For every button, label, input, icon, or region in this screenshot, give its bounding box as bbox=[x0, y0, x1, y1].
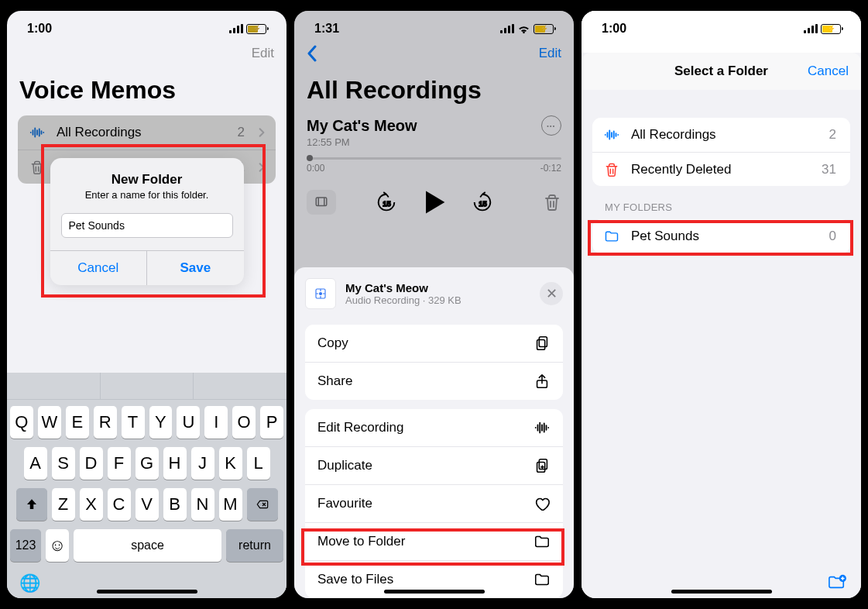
playback-scrubber[interactable]: 0:00 -0:12 bbox=[307, 157, 561, 174]
home-indicator[interactable] bbox=[384, 590, 485, 594]
space-key[interactable]: space bbox=[74, 529, 221, 562]
key-f[interactable]: F bbox=[108, 447, 131, 480]
key-i[interactable]: I bbox=[204, 406, 228, 439]
key-v[interactable]: V bbox=[136, 488, 159, 521]
edit-button[interactable]: Edit bbox=[252, 46, 274, 61]
modal-nav: Select a Folder Cancel bbox=[582, 53, 861, 90]
alert-save-button[interactable]: Save bbox=[146, 251, 244, 285]
key-j[interactable]: J bbox=[191, 447, 214, 480]
menu-move-to-folder[interactable]: Move to Folder bbox=[305, 522, 563, 560]
folder-count: 2 bbox=[829, 127, 836, 143]
trim-button[interactable] bbox=[307, 190, 336, 215]
new-folder-button[interactable] bbox=[827, 573, 847, 590]
play-button[interactable] bbox=[423, 189, 446, 215]
status-bar: 1:00 ⚡ bbox=[582, 11, 861, 42]
menu-duplicate[interactable]: Duplicate bbox=[305, 446, 563, 484]
key-x[interactable]: X bbox=[80, 488, 103, 521]
return-key[interactable]: return bbox=[226, 529, 283, 562]
cellular-icon bbox=[804, 24, 818, 33]
key-m[interactable]: M bbox=[219, 488, 242, 521]
menu-label: Save to Files bbox=[317, 572, 393, 587]
svg-rect-5 bbox=[539, 337, 547, 347]
share-icon bbox=[533, 373, 551, 390]
key-g[interactable]: G bbox=[136, 447, 159, 480]
delete-button[interactable] bbox=[543, 192, 561, 212]
key-h[interactable]: H bbox=[163, 447, 187, 480]
key-a[interactable]: A bbox=[24, 447, 47, 480]
close-button[interactable]: ✕ bbox=[540, 282, 563, 305]
folder-icon bbox=[603, 229, 620, 244]
key-u[interactable]: U bbox=[177, 406, 200, 439]
folder-label: All Recordings bbox=[57, 125, 227, 140]
key-z[interactable]: Z bbox=[52, 488, 75, 521]
key-w[interactable]: W bbox=[38, 406, 61, 439]
key-p[interactable]: P bbox=[260, 406, 283, 439]
menu-share[interactable]: Share bbox=[305, 362, 563, 400]
menu-favourite[interactable]: Favourite bbox=[305, 484, 563, 522]
recording-thumbnail-icon bbox=[305, 278, 336, 309]
folder-icon bbox=[533, 533, 551, 550]
cellular-icon bbox=[500, 24, 514, 33]
keyboard[interactable]: QWERTYUIOP ASDFGHJKL ZXCVBNM 123 ☺ space… bbox=[7, 373, 286, 598]
backspace-key[interactable] bbox=[247, 488, 278, 521]
menu-edit-recording[interactable]: Edit Recording bbox=[305, 409, 563, 446]
emoji-key[interactable]: ☺ bbox=[46, 529, 69, 562]
alert-cancel-button[interactable]: Cancel bbox=[50, 251, 147, 285]
skip-back-button[interactable]: 15 bbox=[375, 191, 398, 214]
key-e[interactable]: E bbox=[66, 406, 89, 439]
key-q[interactable]: Q bbox=[10, 406, 33, 439]
sheet-meta: Audio Recording · 329 KB bbox=[345, 294, 461, 306]
key-s[interactable]: S bbox=[52, 447, 75, 480]
phone-3-select-folder: 1:00 ⚡ Select a Folder Cancel All Record… bbox=[582, 11, 861, 598]
keyboard-suggestions[interactable] bbox=[7, 373, 286, 400]
key-n[interactable]: N bbox=[191, 488, 214, 521]
menu-label: Share bbox=[317, 373, 352, 389]
key-k[interactable]: K bbox=[219, 447, 242, 480]
row-pet-sounds[interactable]: Pet Sounds 0 bbox=[592, 219, 850, 253]
svg-rect-0 bbox=[316, 198, 327, 206]
key-d[interactable]: D bbox=[80, 447, 103, 480]
status-bar: 1:31 ⚡ bbox=[294, 11, 574, 42]
folder-icon bbox=[533, 571, 551, 588]
cancel-button[interactable]: Cancel bbox=[808, 64, 849, 79]
alert-title: New Folder bbox=[61, 172, 233, 188]
key-l[interactable]: L bbox=[247, 447, 270, 480]
key-c[interactable]: C bbox=[108, 488, 131, 521]
menu-copy[interactable]: Copy bbox=[305, 325, 563, 362]
row-all-recordings[interactable]: All Recordings 2 bbox=[18, 115, 276, 150]
key-b[interactable]: B bbox=[163, 488, 187, 521]
user-folder-list: Pet Sounds 0 bbox=[592, 219, 850, 253]
folder-count: 31 bbox=[822, 162, 836, 177]
back-button[interactable] bbox=[307, 45, 317, 62]
row-all-recordings[interactable]: All Recordings 2 bbox=[592, 118, 850, 152]
key-y[interactable]: Y bbox=[149, 406, 173, 439]
status-time: 1:31 bbox=[314, 22, 339, 36]
folder-label: Recently Deleted bbox=[631, 162, 811, 177]
home-indicator[interactable] bbox=[671, 590, 772, 594]
sheet-title: My Cat's Meow bbox=[345, 281, 461, 294]
page-title: Voice Memos bbox=[7, 68, 286, 115]
folder-name-input[interactable] bbox=[61, 213, 233, 238]
key-o[interactable]: O bbox=[232, 406, 256, 439]
elapsed-time: 0:00 bbox=[307, 163, 324, 174]
waveform-icon bbox=[29, 124, 46, 141]
menu-label: Favourite bbox=[317, 496, 372, 511]
status-bar: 1:00 ⚡ bbox=[7, 11, 286, 42]
home-indicator[interactable] bbox=[97, 590, 197, 594]
page-title: All Recordings bbox=[294, 68, 574, 115]
status-time: 1:00 bbox=[602, 22, 626, 36]
key-r[interactable]: R bbox=[94, 406, 117, 439]
numbers-key[interactable]: 123 bbox=[10, 529, 41, 562]
row-recently-deleted[interactable]: Recently Deleted 31 bbox=[592, 152, 850, 186]
menu-label: Edit Recording bbox=[317, 420, 404, 435]
wifi-icon bbox=[517, 24, 530, 34]
edit-button[interactable]: Edit bbox=[539, 46, 561, 61]
skip-forward-button[interactable]: 15 bbox=[471, 191, 494, 214]
folder-count: 2 bbox=[238, 125, 245, 140]
key-t[interactable]: T bbox=[122, 406, 145, 439]
more-button[interactable]: ••• bbox=[541, 115, 561, 136]
nav-bar: Edit bbox=[7, 42, 286, 68]
globe-icon[interactable]: 🌐 bbox=[19, 573, 40, 594]
waveform-icon bbox=[533, 419, 551, 436]
shift-key[interactable] bbox=[16, 488, 47, 521]
